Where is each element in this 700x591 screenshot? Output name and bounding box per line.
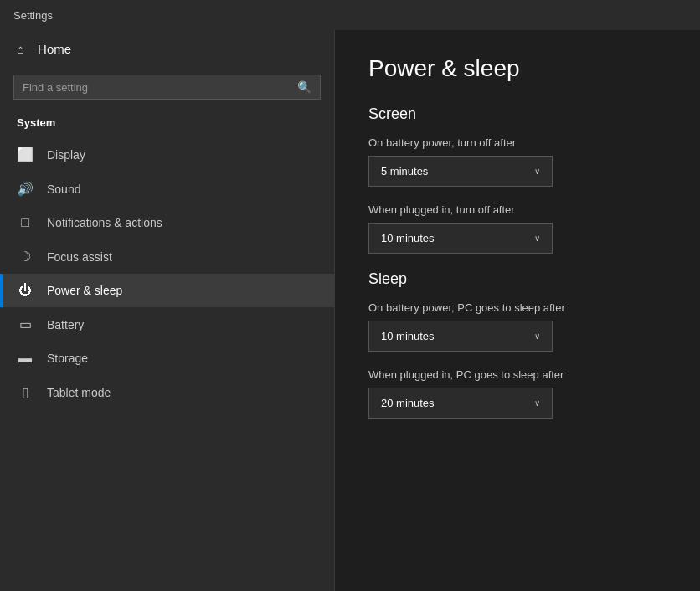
sidebar-item-notifications[interactable]: □ Notifications & actions xyxy=(0,206,334,239)
sleep-battery-value: 10 minutes xyxy=(381,330,435,342)
sidebar-item-label: Storage xyxy=(47,352,88,365)
sidebar-item-label: Focus assist xyxy=(47,250,112,264)
sleep-battery-label: On battery power, PC goes to sleep after xyxy=(368,301,667,314)
screen-plugged-label: When plugged in, turn off after xyxy=(368,203,667,216)
page-title: Power & sleep xyxy=(368,55,667,82)
storage-icon: ▬ xyxy=(17,351,33,366)
app-title: Settings xyxy=(13,9,53,22)
sleep-battery-dropdown[interactable]: 10 minutes ∨ xyxy=(368,321,553,352)
sleep-plugged-chevron: ∨ xyxy=(534,398,540,408)
sidebar-item-tablet[interactable]: ▯ Tablet mode xyxy=(0,375,334,409)
screen-plugged-chevron: ∨ xyxy=(534,234,540,243)
sleep-plugged-label: When plugged in, PC goes to sleep after xyxy=(368,368,667,381)
search-box[interactable]: 🔍 xyxy=(13,75,321,100)
screen-section-title: Screen xyxy=(368,105,667,123)
search-input[interactable] xyxy=(23,81,291,94)
main-layout: ⌂ Home 🔍 System ⬜ Display 🔊 Sound □ Noti… xyxy=(0,30,700,591)
screen-battery-dropdown[interactable]: 5 minutes ∨ xyxy=(368,156,553,187)
focus-icon: ☽ xyxy=(17,249,33,265)
sidebar-home[interactable]: ⌂ Home xyxy=(0,30,334,68)
screen-plugged-value: 10 minutes xyxy=(381,232,435,244)
search-icon: 🔍 xyxy=(297,80,311,94)
sidebar-item-label: Battery xyxy=(47,318,84,331)
display-icon: ⬜ xyxy=(17,146,33,162)
sleep-plugged-value: 20 minutes xyxy=(381,397,435,409)
sidebar-item-label: Notifications & actions xyxy=(47,216,162,229)
sidebar-item-battery[interactable]: ▭ Battery xyxy=(0,307,334,342)
power-icon: ⏻ xyxy=(17,283,33,298)
screen-plugged-dropdown[interactable]: 10 minutes ∨ xyxy=(368,223,553,254)
sidebar-item-label: Sound xyxy=(47,182,80,196)
sleep-section-title: Sleep xyxy=(368,270,667,288)
sleep-battery-chevron: ∨ xyxy=(534,331,540,341)
sidebar-item-focus[interactable]: ☽ Focus assist xyxy=(0,239,334,274)
sidebar-item-power[interactable]: ⏻ Power & sleep xyxy=(0,274,334,307)
battery-icon: ▭ xyxy=(17,316,33,332)
sidebar-item-storage[interactable]: ▬ Storage xyxy=(0,342,334,375)
sidebar-item-display[interactable]: ⬜ Display xyxy=(0,137,334,172)
sidebar-item-label: Power & sleep xyxy=(47,284,122,297)
title-bar: Settings xyxy=(0,0,700,30)
sound-icon: 🔊 xyxy=(17,181,33,197)
screen-battery-chevron: ∨ xyxy=(534,167,540,176)
home-label: Home xyxy=(38,42,71,56)
sidebar: ⌂ Home 🔍 System ⬜ Display 🔊 Sound □ Noti… xyxy=(0,30,335,591)
sidebar-item-sound[interactable]: 🔊 Sound xyxy=(0,172,334,206)
sidebar-item-label: Display xyxy=(47,148,85,162)
sleep-plugged-dropdown[interactable]: 20 minutes ∨ xyxy=(368,388,553,419)
home-icon: ⌂ xyxy=(17,42,24,56)
sidebar-item-label: Tablet mode xyxy=(47,386,111,399)
system-section-label: System xyxy=(0,110,334,137)
tablet-icon: ▯ xyxy=(17,384,33,400)
content-area: Power & sleep Screen On battery power, t… xyxy=(335,30,700,591)
notifications-icon: □ xyxy=(17,215,33,230)
screen-battery-label: On battery power, turn off after xyxy=(368,136,667,149)
screen-battery-value: 5 minutes xyxy=(381,165,428,177)
